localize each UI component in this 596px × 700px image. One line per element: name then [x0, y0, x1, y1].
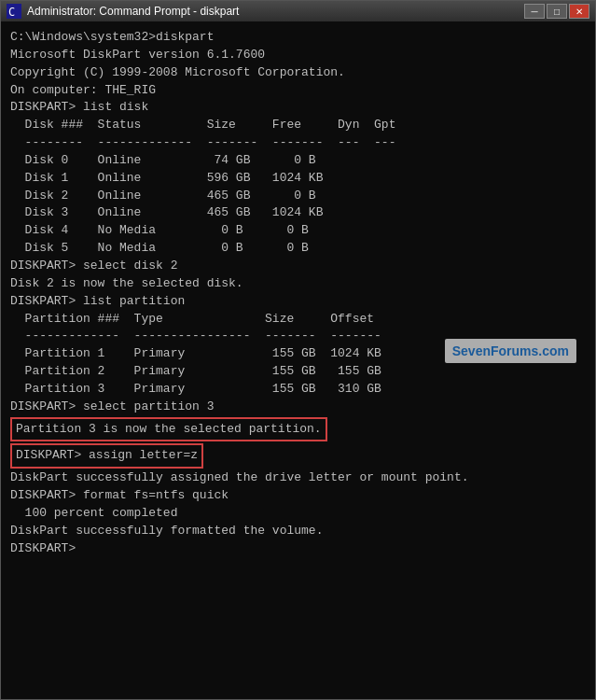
terminal-line: DiskPart successfully formatted the volu…	[10, 523, 586, 540]
close-button[interactable]: ✕	[569, 4, 589, 19]
terminal-line: Disk 0 Online 74 GB 0 B	[10, 152, 586, 170]
title-bar-buttons: ─ □ ✕	[524, 4, 589, 19]
terminal-line: Partition ### Type Size Offset	[10, 311, 586, 329]
terminal-line: Microsoft DiskPart version 6.1.7600	[10, 47, 586, 64]
restore-button[interactable]: □	[547, 4, 567, 19]
minimize-button[interactable]: ─	[524, 4, 545, 19]
cmd-icon: C	[7, 4, 21, 19]
terminal-line: Disk 2 Online 465 GB 0 B	[10, 188, 586, 205]
terminal-line: DISKPART> list disk	[10, 99, 586, 117]
terminal-line: 100 percent completed	[10, 505, 586, 523]
terminal-line: Partition 2 Primary 155 GB 155 GB	[10, 363, 586, 381]
terminal-line: Partition 1 Primary 155 GB 1024 KB	[10, 345, 586, 363]
terminal-line: Disk 5 No Media 0 B 0 B	[10, 240, 586, 258]
terminal-line: Disk ### Status Size Free Dyn Gpt	[10, 117, 586, 134]
terminal-line: Copyright (C) 1999-2008 Microsoft Corpor…	[10, 64, 586, 82]
terminal-line: Partition 3 is now the selected partitio…	[16, 421, 322, 439]
terminal-line: Disk 2 is now the selected disk.	[10, 275, 586, 293]
terminal-line: Disk 3 Online 465 GB 1024 KB	[10, 204, 586, 222]
terminal-line: -------- ------------- ------- ------- -…	[10, 134, 586, 152]
terminal-content[interactable]: C:\Windows\system32>diskpartMicrosoft Di…	[1, 21, 595, 699]
terminal-lines: C:\Windows\system32>diskpartMicrosoft Di…	[10, 29, 586, 557]
terminal-line: ------------- ---------------- ------- -…	[10, 328, 586, 345]
terminal-line: Disk 4 No Media 0 B 0 B	[10, 222, 586, 240]
highlight-box: DISKPART> assign letter=z	[10, 443, 203, 469]
terminal-line: C:\Windows\system32>diskpart	[10, 29, 586, 47]
highlight-box: Partition 3 is now the selected partitio…	[10, 417, 327, 442]
window: C Administrator: Command Prompt - diskpa…	[0, 0, 596, 700]
terminal-line: DISKPART> select disk 2	[10, 258, 586, 275]
terminal-line: DiskPart successfully assigned the drive…	[10, 469, 586, 487]
terminal-line: Partition 3 Primary 155 GB 310 GB	[10, 381, 586, 399]
terminal-line: DISKPART>	[10, 540, 586, 558]
svg-text:C: C	[8, 6, 15, 19]
terminal-line: DISKPART> assign letter=z	[16, 447, 198, 465]
title-bar: C Administrator: Command Prompt - diskpa…	[1, 1, 595, 21]
terminal-line: Disk 1 Online 596 GB 1024 KB	[10, 170, 586, 188]
terminal-line: On computer: THE_RIG	[10, 82, 586, 100]
terminal-line: DISKPART> select partition 3	[10, 399, 586, 416]
terminal-line: DISKPART> format fs=ntfs quick	[10, 487, 586, 505]
title-bar-text: Administrator: Command Prompt - diskpart	[27, 5, 524, 18]
terminal-line: DISKPART> list partition	[10, 293, 586, 311]
